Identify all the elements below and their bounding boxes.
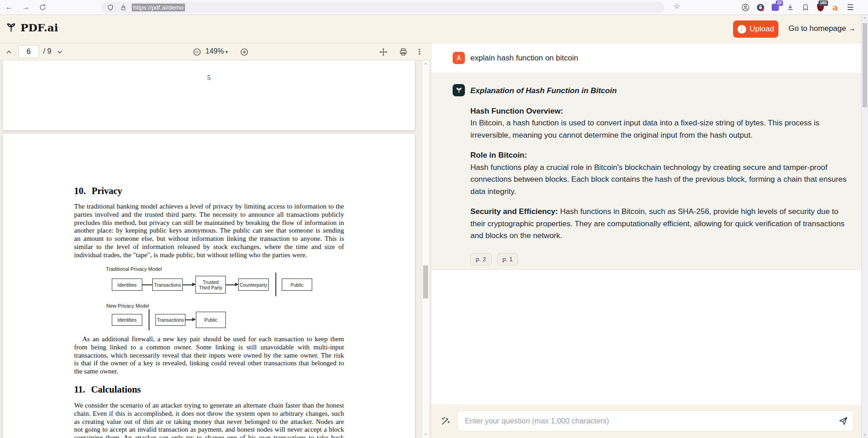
page-total-label: / 9: [43, 47, 51, 55]
chat-input-bar: [431, 404, 861, 438]
privacy-paragraph: The traditional banking model achieves a…: [74, 203, 344, 259]
pdf-text-line: individual trades, the "tape", is made p…: [74, 251, 344, 259]
password-extension-icon[interactable]: [756, 3, 765, 12]
ai-avatar: [453, 84, 465, 96]
brand-logo[interactable]: PDF.ai: [5, 21, 58, 34]
pdf-text-line: containing them. An attacker can only tr…: [74, 434, 344, 438]
browser-back-button[interactable]: ←: [3, 1, 15, 13]
window-scrollbar[interactable]: ⌃ ⌄: [861, 15, 868, 438]
section-heading: Security and Efficiency:: [470, 207, 558, 216]
arrow-icon: [192, 318, 196, 321]
zoom-out-button[interactable]: [191, 46, 203, 58]
question-input[interactable]: [457, 410, 854, 432]
firewall-paragraph: As an additional firewall, a new key pai…: [74, 335, 344, 376]
menu-icon[interactable]: ☰: [846, 3, 855, 12]
next-page-button[interactable]: [54, 46, 65, 58]
site-header: PDF.ai ↑ Upload Go to homepage →: [0, 15, 868, 43]
profile-icon[interactable]: [741, 3, 750, 12]
print-button[interactable]: [397, 46, 409, 58]
page-badge-p2[interactable]: p. 2: [470, 253, 492, 265]
pan-tool-button[interactable]: [377, 46, 389, 58]
pdf-toolbar: / 9 149%▾: [0, 43, 431, 60]
section-11-heading: 11. Calculations: [74, 384, 344, 395]
pdf-page-6: 10. Privacy The traditional banking mode…: [3, 134, 415, 438]
pdfai-sprout-icon: [455, 87, 463, 94]
previous-page-button[interactable]: [3, 46, 15, 58]
pdf-page-5: 5: [3, 60, 415, 130]
screen: ← → https://pdf.ai/demo ☆: [0, 0, 868, 438]
orange-extension-icon[interactable]: a: [831, 3, 840, 12]
bookmark-star-icon[interactable]: ☆: [673, 2, 680, 10]
diagram-label-traditional: Traditional Privacy Model: [106, 266, 162, 272]
zoom-in-button[interactable]: [238, 46, 250, 58]
zoom-level-dropdown[interactable]: 149%▾: [205, 47, 228, 55]
browser-reload-button[interactable]: [36, 1, 49, 13]
pdf-text-line: chain. Even if this is accomplished, it …: [74, 410, 344, 418]
upload-label: Upload: [750, 25, 774, 34]
scroll-up-arrow[interactable]: ⌃: [422, 63, 429, 67]
caret-down-icon: ▾: [225, 49, 228, 55]
tracking-shield-icon[interactable]: [105, 3, 115, 13]
url-text[interactable]: https://pdf.ai/demo: [132, 4, 185, 11]
diagram-box-identities-2: Identities: [112, 314, 142, 326]
answer-section: Security and Efficiency: Hash functions …: [470, 206, 854, 242]
go-to-homepage-link[interactable]: Go to homepage →: [788, 24, 856, 33]
bookmark-extension-icon[interactable]: [801, 3, 810, 12]
pdf-text-line: an amount to someone else, but without i…: [74, 235, 344, 243]
pdf-text-line: We consider the scenario of an attacker …: [74, 402, 344, 410]
upload-button[interactable]: ↑ Upload: [733, 20, 778, 38]
pdf-text-line: from being linked to a common owner. Som…: [74, 343, 344, 352]
pdf-text-line: similar to the level of information rele…: [74, 243, 344, 251]
answer-section: Role in Bitcoin: Hash functions play a c…: [470, 149, 854, 198]
answer-section: Hash Function Overview: In Bitcoin, a ha…: [470, 105, 854, 142]
adblock-badge: 22: [776, 0, 783, 6]
diagram-divider: [149, 309, 150, 330]
send-button[interactable]: [838, 416, 848, 428]
section-heading: Hash Function Overview:: [470, 105, 854, 118]
upload-arrow-icon: ↑: [738, 25, 746, 34]
magic-wand-icon[interactable]: [440, 416, 450, 428]
url-bar[interactable]: https://pdf.ai/demo: [101, 2, 664, 13]
diagram-label-new: New Privacy Model: [106, 303, 149, 309]
adblock-extension-icon[interactable]: 22: [771, 3, 780, 12]
scroll-down-arrow[interactable]: ⌄: [422, 431, 429, 436]
diagram-connector: [226, 284, 235, 285]
browser-forward-button[interactable]: →: [20, 1, 32, 13]
user-question-text: explain hash function on bitcoin: [470, 43, 578, 73]
diagram-box-public-1: Public: [282, 279, 312, 291]
reload-icon: [39, 4, 46, 11]
scroll-down-arrow[interactable]: ⌄: [862, 432, 868, 436]
section-10-title: Privacy: [92, 186, 122, 196]
window-scrollbar-thumb[interactable]: [863, 23, 867, 107]
diagram-divider: [275, 273, 276, 296]
pdf-text-line: the same owner.: [74, 368, 344, 376]
pdf-scrollbar-thumb[interactable]: [423, 265, 428, 299]
diagram-connector: [183, 284, 193, 285]
scroll-up-arrow[interactable]: ⌃: [862, 17, 868, 21]
page-number-input[interactable]: [18, 45, 39, 58]
downloads-icon[interactable]: [786, 3, 795, 12]
answer-title: Explanation of Hash Function in Bitcoin: [470, 85, 854, 97]
section-heading: Role in Bitcoin:: [470, 149, 854, 162]
section-11-number: 11.: [74, 384, 85, 395]
ai-answer-content: Explanation of Hash Function in Bitcoin …: [470, 85, 854, 265]
pdf-text-line: As an additional firewall, a new key pai…: [74, 335, 344, 343]
diagram-box-counterparty: Counterparty: [238, 279, 269, 291]
ai-answer-block: Explanation of Hash Function in Bitcoin …: [431, 73, 861, 270]
ublock-extension-icon[interactable]: 165: [816, 3, 825, 12]
section-11-title: Calculations: [91, 384, 141, 395]
lock-icon[interactable]: [118, 3, 128, 13]
pdf-scrollbar[interactable]: ⌃ ⌄: [422, 60, 429, 438]
question-input-wrap: [457, 410, 854, 432]
section-body: In Bitcoin, a hash function is used to c…: [470, 117, 854, 141]
more-options-button[interactable]: [414, 46, 425, 58]
person-icon: [455, 54, 463, 62]
ublock-badge: 165: [818, 0, 828, 6]
user-message-row: explain hash function on bitcoin: [431, 43, 861, 73]
browser-toolbar: ← → https://pdf.ai/demo ☆: [0, 0, 868, 15]
calculations-paragraph: We consider the scenario of an attacker …: [74, 402, 344, 438]
diagram-box-transactions-2: Transactions: [155, 314, 185, 326]
section-body: Hash functions play a crucial role in Bi…: [470, 162, 854, 198]
page-badge-p1[interactable]: p. 1: [497, 253, 519, 265]
section-10-number: 10.: [74, 186, 86, 196]
